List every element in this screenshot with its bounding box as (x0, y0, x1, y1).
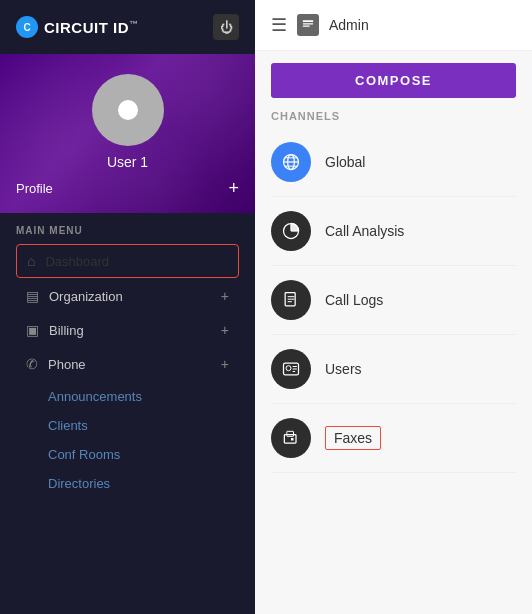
billing-icon: ▣ (26, 322, 39, 338)
doc-icon (281, 290, 301, 310)
menu-item-left-dashboard: ⌂ Dashboard (27, 253, 109, 269)
sidebar-item-phone[interactable]: ✆ Phone + (16, 348, 239, 380)
sidebar-item-announcements[interactable]: Announcements (16, 382, 239, 411)
channel-name-users: Users (325, 361, 362, 377)
fax-icon (281, 428, 301, 448)
pie-chart-icon (281, 221, 301, 241)
sidebar-item-conf-rooms[interactable]: Conf Rooms (16, 440, 239, 469)
organization-plus-icon: + (221, 288, 229, 304)
svg-rect-21 (287, 431, 294, 436)
channel-icon-users (271, 349, 311, 389)
main-menu-section: MAIN MENU ⌂ Dashboard ▤ Organization + ▣… (0, 213, 255, 614)
id-card-icon (281, 359, 301, 379)
right-panel: ☰ Admin COMPOSE CHANNELS (255, 0, 532, 614)
power-button[interactable]: ⏻ (213, 14, 239, 40)
sidebar-item-directories[interactable]: Directories (16, 469, 239, 498)
channels-section: CHANNELS Global (255, 110, 532, 614)
admin-icon (297, 14, 319, 36)
globe-icon (281, 152, 301, 172)
channel-name-call-analysis: Call Analysis (325, 223, 404, 239)
sidebar-header: C CIRCUIT ID™ ⏻ (0, 0, 255, 54)
channel-icon-call-logs (271, 280, 311, 320)
billing-label: Billing (49, 323, 84, 338)
sidebar-item-organization[interactable]: ▤ Organization + (16, 280, 239, 312)
svg-rect-22 (291, 438, 294, 441)
dashboard-label: Dashboard (45, 254, 109, 269)
menu-item-left-billing: ▣ Billing (26, 322, 84, 338)
menu-section-label: MAIN MENU (16, 225, 239, 236)
profile-plus-button[interactable]: + (228, 178, 239, 199)
channel-icon-call-analysis (271, 211, 311, 251)
channel-item-faxes[interactable]: Faxes (271, 404, 516, 473)
sidebar-item-dashboard[interactable]: ⌂ Dashboard (16, 244, 239, 278)
svg-rect-2 (303, 26, 310, 27)
phone-icon: ✆ (26, 356, 38, 372)
channels-section-label: CHANNELS (271, 110, 516, 122)
logo-text: CIRCUIT ID™ (44, 19, 139, 36)
channel-icon-faxes (271, 418, 311, 458)
organization-label: Organization (49, 289, 123, 304)
channel-name-call-logs: Call Logs (325, 292, 383, 308)
sidebar-item-billing[interactable]: ▣ Billing + (16, 314, 239, 346)
admin-svg-icon (301, 18, 315, 32)
avatar-inner (118, 100, 138, 120)
home-icon: ⌂ (27, 253, 35, 269)
building-icon: ▤ (26, 288, 39, 304)
channel-item-call-logs[interactable]: Call Logs (271, 266, 516, 335)
billing-plus-icon: + (221, 322, 229, 338)
channel-name-faxes: Faxes (334, 430, 372, 446)
svg-rect-0 (303, 20, 314, 22)
right-panel-header: ☰ Admin (255, 0, 532, 51)
channel-icon-global (271, 142, 311, 182)
phone-plus-icon: + (221, 356, 229, 372)
menu-item-left-phone: ✆ Phone (26, 356, 86, 372)
logo-area: C CIRCUIT ID™ (16, 16, 139, 38)
hamburger-icon[interactable]: ☰ (271, 14, 287, 36)
channel-item-global[interactable]: Global (271, 128, 516, 197)
avatar (92, 74, 164, 146)
compose-button[interactable]: COMPOSE (271, 63, 516, 98)
user-profile: User 1 Profile + (0, 54, 255, 213)
phone-label: Phone (48, 357, 86, 372)
menu-item-left-organization: ▤ Organization (26, 288, 123, 304)
svg-rect-1 (303, 23, 314, 24)
channel-name-faxes-wrapper: Faxes (325, 426, 381, 450)
channel-item-users[interactable]: Users (271, 335, 516, 404)
sidebar: C CIRCUIT ID™ ⏻ User 1 Profile + MAIN ME… (0, 0, 255, 614)
channel-item-call-analysis[interactable]: Call Analysis (271, 197, 516, 266)
channel-name-global: Global (325, 154, 365, 170)
user-name: User 1 (107, 154, 148, 170)
sidebar-item-clients[interactable]: Clients (16, 411, 239, 440)
profile-row: Profile + (0, 170, 255, 199)
logo-icon: C (16, 16, 38, 38)
svg-point-16 (286, 366, 291, 371)
admin-label: Admin (329, 17, 369, 33)
profile-label: Profile (16, 181, 53, 196)
